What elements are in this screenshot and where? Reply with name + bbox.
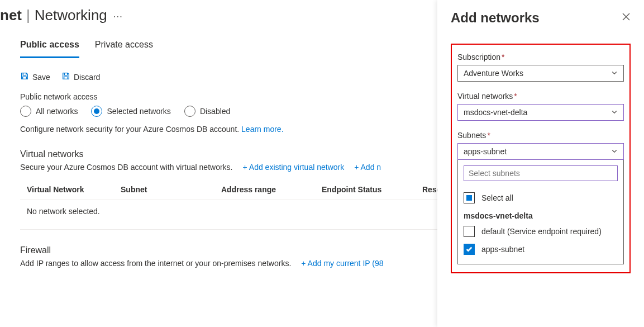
add-existing-vnet-link[interactable]: + Add existing virtual network (243, 163, 345, 172)
vnet-value: msdocs-vnet-delta (464, 108, 527, 117)
add-networks-panel: Add networks Subscription* Adventure Wor… (437, 0, 644, 327)
select-all-row[interactable]: Select all (464, 189, 618, 207)
page-title: net | Networking (0, 7, 107, 24)
radio-all-networks[interactable]: All networks (20, 106, 78, 117)
vnets-desc: Secure your Azure Cosmos DB account with… (20, 163, 233, 172)
learn-more-link[interactable]: Learn more. (241, 125, 283, 134)
subnet-option-default[interactable]: default (Service endpoint required) (464, 222, 618, 240)
radio-disabled[interactable]: Disabled (184, 106, 230, 117)
select-all-label: Select all (481, 193, 513, 202)
subnet-option-default-label: default (Service endpoint required) (481, 227, 602, 236)
close-icon[interactable] (622, 12, 631, 24)
subnet-option-apps-label: apps-subnet (481, 245, 524, 254)
save-icon (20, 72, 29, 82)
add-my-ip-link[interactable]: + Add my current IP (98 (301, 259, 383, 268)
subnet-option-apps[interactable]: apps-subnet (464, 240, 618, 258)
tab-private-access[interactable]: Private access (95, 35, 153, 58)
subscription-select[interactable]: Adventure Works (457, 65, 624, 82)
subnet-group-name: msdocs-vnet-delta (464, 207, 618, 222)
subscription-value: Adventure Works (464, 69, 523, 78)
col-vnet: Virtual Network (20, 185, 121, 194)
panel-title: Add networks (451, 10, 540, 26)
subnets-select[interactable]: apps-subnet (457, 143, 624, 160)
chevron-down-icon (611, 147, 618, 156)
firewall-desc: Add IP ranges to allow access from the i… (20, 259, 291, 268)
save-button[interactable]: Save (20, 72, 50, 82)
save-label: Save (32, 73, 50, 82)
checkbox-checked-icon (464, 244, 475, 255)
subscription-label: Subscription* (457, 53, 624, 61)
title-prefix: net (0, 7, 22, 24)
discard-label: Discard (74, 73, 100, 82)
subnets-value: apps-subnet (464, 147, 507, 156)
radio-all-label: All networks (36, 107, 78, 116)
chevron-down-icon (611, 69, 618, 78)
tab-public-access[interactable]: Public access (20, 35, 79, 58)
more-icon[interactable]: … (113, 8, 123, 22)
vnet-select[interactable]: msdocs-vnet-delta (457, 104, 624, 121)
subnets-label: Subnets* (457, 131, 624, 140)
vnet-label: Virtual networks* (457, 92, 624, 101)
access-desc: Configure network security for your Azur… (20, 125, 239, 134)
discard-button[interactable]: Discard (61, 72, 100, 82)
checkbox-indeterminate-icon (464, 192, 475, 203)
subnets-dropdown: Select all msdocs-vnet-delta default (Se… (457, 160, 624, 264)
col-range: Address range (221, 185, 322, 194)
radio-selected-networks[interactable]: Selected networks (91, 106, 170, 117)
col-subnet: Subnet (121, 185, 221, 194)
highlight-box: Subscription* Adventure Works Virtual ne… (451, 44, 631, 273)
discard-icon (61, 72, 70, 82)
radio-selected-label: Selected networks (107, 107, 170, 116)
col-endpoint: Endpoint Status (322, 185, 422, 194)
chevron-down-icon (611, 108, 618, 117)
subnets-search-input[interactable] (464, 165, 618, 181)
add-new-vnet-link[interactable]: + Add n (354, 163, 381, 172)
title-page: Networking (35, 7, 107, 24)
checkbox-unchecked-icon (464, 226, 475, 237)
radio-disabled-label: Disabled (200, 107, 230, 116)
title-separator: | (26, 7, 30, 24)
